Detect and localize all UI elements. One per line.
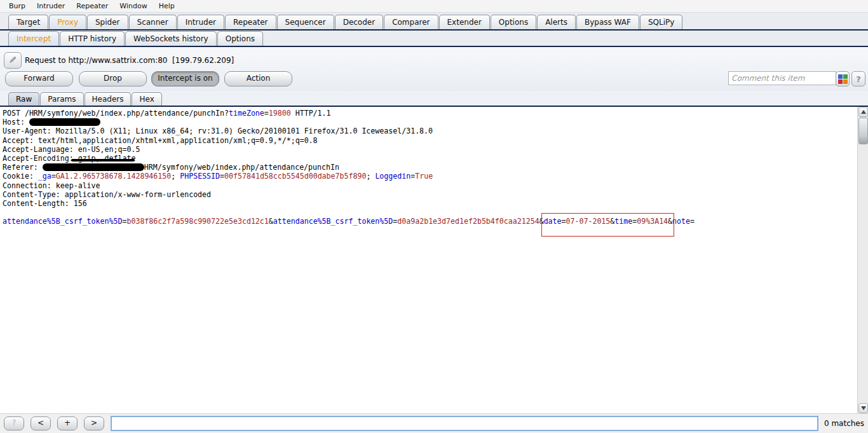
- pencil-icon: [8, 55, 17, 67]
- search-previous-button[interactable]: <: [31, 416, 51, 430]
- help-button[interactable]: ?: [851, 71, 865, 86]
- search-next-button[interactable]: >: [84, 416, 104, 430]
- request-text-segment: =: [220, 172, 224, 181]
- menu-item-repeater[interactable]: Repeater: [71, 1, 114, 11]
- request-line: [3, 208, 695, 217]
- arrow-up-icon: [861, 110, 866, 114]
- subtab-options[interactable]: Options: [217, 31, 263, 46]
- search-help-button[interactable]: ?: [4, 416, 24, 430]
- tab-spider[interactable]: Spider: [87, 15, 128, 29]
- intercept-panel: Request to http://www.sattrix.com:80 [19…: [0, 47, 868, 91]
- request-line: User-Agent: Mozilla/5.0 (X11; Linux x86_…: [3, 127, 695, 135]
- request-text: POST /HRM/symfony/web/index.php/attendan…: [3, 109, 695, 226]
- menu-item-burp[interactable]: Burp: [3, 1, 31, 11]
- request-text-segment: True: [415, 172, 433, 181]
- request-text-segment: 00f57841d58ccb5545d00dabe7b5f890: [224, 172, 366, 181]
- request-text-segment: &: [539, 217, 544, 226]
- request-text-segment: Referer:: [3, 163, 43, 172]
- arrow-down-icon: [861, 406, 866, 410]
- request-text-segment: ;: [366, 172, 375, 181]
- color-grid-icon: [838, 74, 848, 84]
- tab-bypass-waf[interactable]: Bypass WAF: [576, 15, 639, 29]
- request-text-segment: attendance%5B_csrf_token%5D: [273, 217, 393, 226]
- redaction-blob: [43, 163, 144, 171]
- request-text-segment: attendance%5B_csrf_token%5D: [3, 217, 122, 226]
- tab-proxy[interactable]: Proxy: [49, 15, 86, 29]
- request-line: Content-Length: 156: [3, 199, 695, 208]
- request-text-segment: timeZone: [229, 109, 264, 118]
- tab-alerts[interactable]: Alerts: [537, 15, 576, 29]
- request-text-segment: time: [614, 217, 632, 226]
- tab-sequencer[interactable]: Sequencer: [277, 15, 334, 29]
- edit-comment-button[interactable]: [4, 52, 22, 69]
- search-input[interactable]: [111, 416, 818, 431]
- subtab-intercept[interactable]: Intercept: [8, 31, 59, 46]
- search-add-button[interactable]: +: [57, 416, 78, 430]
- request-text-segment: &: [269, 217, 273, 226]
- editortab-raw[interactable]: Raw: [8, 92, 39, 106]
- tab-scanner[interactable]: Scanner: [129, 15, 177, 29]
- request-line: POST /HRM/symfony/web/index.php/attendan…: [3, 109, 695, 118]
- message-editor-tab-bar: RawParamsHeadersHex: [0, 91, 868, 107]
- request-text-segment: Accept: text/html,application/xhtml+xml,…: [3, 136, 318, 145]
- raw-request-editor[interactable]: POST /HRM/symfony/web/index.php/attendan…: [0, 107, 857, 413]
- tab-decoder[interactable]: Decoder: [335, 15, 384, 29]
- forward-button[interactable]: Forward: [5, 71, 73, 86]
- request-text-segment: Loggedin: [375, 172, 410, 181]
- scrollbar-thumb[interactable]: [858, 118, 868, 144]
- request-text-segment: Connection: keep-alive: [3, 181, 100, 190]
- editortab-headers[interactable]: Headers: [85, 92, 132, 106]
- redaction-smudge: [71, 159, 135, 162]
- request-text-segment: POST /HRM/symfony/web/index.php/attendan…: [3, 109, 229, 118]
- editortab-params[interactable]: Params: [40, 92, 83, 106]
- comment-input[interactable]: [728, 71, 836, 85]
- request-text-segment: HTTP/1.1: [291, 109, 331, 118]
- tab-target[interactable]: Target: [8, 15, 48, 29]
- menu-item-intruder[interactable]: Intruder: [31, 1, 71, 11]
- request-line: Content-Type: application/x-www-form-url…: [3, 190, 695, 199]
- request-line: Accept: text/html,application/xhtml+xml,…: [3, 136, 695, 145]
- proxy-sub-tab-bar: InterceptHTTP historyWebSockets historyO…: [0, 31, 868, 47]
- request-text-segment: date: [544, 217, 562, 226]
- tab-sqlipy[interactable]: SQLiPy: [640, 15, 682, 29]
- menu-bar: BurpIntruderRepeaterWindowHelp: [0, 0, 868, 13]
- request-line: Referer: HRM/symfony/web/index.php/atten…: [3, 163, 695, 172]
- request-line: Connection: keep-alive: [3, 181, 695, 190]
- request-target-line: Request to http://www.sattrix.com:80 [19…: [25, 56, 234, 65]
- tab-extender[interactable]: Extender: [439, 15, 490, 29]
- scroll-up-button[interactable]: [858, 107, 868, 117]
- request-text-segment: =: [51, 172, 56, 181]
- request-text-segment: HRM/symfony/web/index.php/attendance/pun…: [144, 163, 339, 172]
- tab-comparer[interactable]: Comparer: [384, 15, 438, 29]
- tab-repeater[interactable]: Repeater: [225, 15, 276, 29]
- intercept-toggle-button[interactable]: Intercept is on: [151, 71, 219, 86]
- request-text-segment: =: [264, 109, 269, 118]
- tab-intruder[interactable]: Intruder: [177, 15, 224, 29]
- request-text-segment: ;: [171, 172, 180, 181]
- request-text-segment: Cookie:: [3, 172, 38, 181]
- request-text-segment: =: [562, 217, 566, 226]
- tab-options[interactable]: Options: [491, 15, 536, 29]
- scroll-down-button[interactable]: [858, 403, 868, 413]
- menu-item-window[interactable]: Window: [114, 1, 153, 11]
- highlight-color-button[interactable]: [836, 71, 850, 86]
- request-text-segment: User-Agent: Mozilla/5.0 (X11; Linux x86_…: [3, 127, 433, 135]
- request-text-segment: note: [672, 217, 690, 226]
- search-bar: ?<+> 0 matches: [0, 413, 868, 433]
- annotation-red-box: date=07-07-2015&time=09%3A14&: [544, 217, 672, 226]
- request-text-segment: b038f86c2f7a598c990722e5e3cd12c1: [126, 217, 268, 226]
- request-text-segment: Content-Type: application/x-www-form-url…: [3, 190, 211, 199]
- menu-item-help[interactable]: Help: [153, 1, 180, 11]
- request-text-segment: Host:: [3, 118, 29, 127]
- request-text-segment: d0a9a2b1e3d7ed1ef2b5b4f0caa21254: [397, 217, 539, 226]
- subtab-websockets-history[interactable]: WebSockets history: [125, 31, 217, 46]
- search-buttons: ?<+>: [4, 416, 111, 430]
- subtab-http-history[interactable]: HTTP history: [60, 31, 125, 46]
- request-text-segment: Accept-Language: en-US,en;q=0.5: [3, 145, 140, 154]
- request-text-segment: _ga: [38, 172, 51, 181]
- editortab-hex[interactable]: Hex: [132, 92, 161, 106]
- drop-button[interactable]: Drop: [79, 71, 147, 86]
- scrollbar-vertical[interactable]: [857, 107, 868, 413]
- action-button[interactable]: Action: [224, 71, 292, 86]
- match-count-label: 0 matches: [824, 419, 864, 428]
